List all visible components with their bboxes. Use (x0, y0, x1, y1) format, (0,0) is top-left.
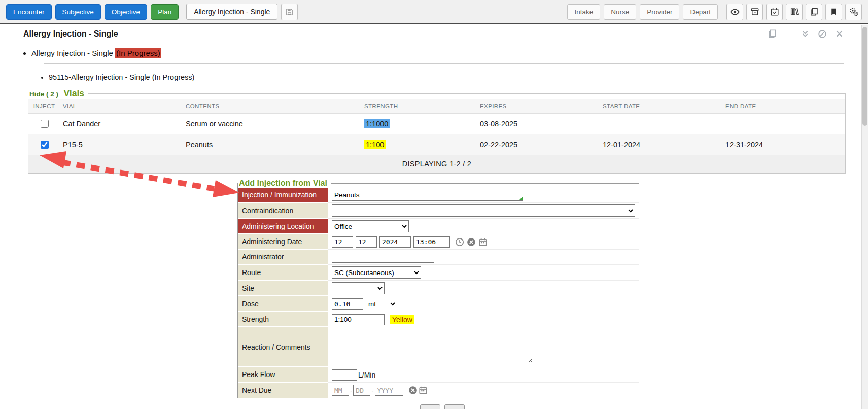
next-due-day-input[interactable] (353, 385, 370, 396)
archive-button[interactable] (746, 4, 763, 20)
start-date-cell: 12-01-2024 (600, 134, 722, 155)
save-icon (285, 8, 294, 16)
scrollbar-thumb[interactable] (862, 27, 867, 126)
col-start-date[interactable]: START DATE (600, 99, 722, 114)
clock-icon[interactable] (455, 237, 464, 247)
encounter-button[interactable]: Encounter (6, 4, 52, 20)
subjective-button[interactable]: Subjective (55, 4, 101, 20)
next-due-month-input[interactable] (332, 385, 349, 396)
hide-vials-link[interactable]: Hide ( 2 ) (29, 90, 58, 98)
vial-cell: Cat Dander (60, 114, 183, 134)
bookmark-icon (829, 8, 838, 16)
bottom-button-partial[interactable] (444, 404, 465, 409)
date-year-input[interactable] (379, 236, 411, 248)
strength-input[interactable] (332, 314, 385, 325)
field-strength: Strength Yellow (238, 312, 639, 327)
injection-input[interactable] (332, 190, 523, 201)
close-icon[interactable] (835, 29, 844, 38)
route-select[interactable]: SC (Subcutaneous) (332, 266, 421, 279)
vial-cell: P15-5 (60, 134, 183, 155)
date-separator: - (350, 387, 352, 394)
save-button[interactable] (281, 4, 298, 20)
pages-icon[interactable] (768, 29, 777, 39)
table-paging-status: DISPLAYING 1-2 / 2 (28, 155, 845, 173)
add-injection-form: Add Injection from Vial Injection / Immu… (237, 179, 639, 398)
vials-heading: Vials (63, 88, 84, 98)
field-route: Route SC (Subcutaneous) (238, 265, 639, 281)
inject-checkbox[interactable] (41, 141, 49, 149)
strength-cell: 1:1000 (361, 114, 477, 134)
bottom-button-partial[interactable] (420, 404, 440, 409)
document-tab[interactable]: Allergy Injection - Single (186, 4, 277, 20)
status-badge: (In Progress) (115, 48, 161, 58)
eye-button[interactable] (726, 4, 743, 20)
books-icon (790, 7, 799, 16)
reaction-textarea[interactable] (332, 331, 533, 363)
dose-unit-select[interactable]: mL (366, 298, 397, 310)
route-label: Route (238, 265, 328, 281)
vertical-scrollbar[interactable] (861, 25, 868, 409)
next-due-year-input[interactable] (375, 385, 403, 396)
plan-button[interactable]: Plan (151, 4, 179, 20)
site-label: Site (238, 281, 328, 296)
no-entry-icon[interactable] (818, 29, 827, 39)
date-label: Administering Date (238, 234, 328, 250)
peak-flow-input[interactable] (332, 369, 357, 381)
expires-cell: 02-22-2025 (477, 134, 600, 155)
col-expires[interactable]: EXPIRES (477, 99, 600, 114)
location-select[interactable]: Office (332, 220, 409, 232)
depart-button[interactable]: Depart (683, 4, 718, 20)
col-end-date[interactable]: END DATE (722, 99, 845, 114)
field-peak-flow: Peak Flow L/Min (238, 367, 639, 383)
settings-button[interactable] (845, 4, 862, 20)
double-chevron-down-icon[interactable] (801, 29, 810, 39)
inject-checkbox[interactable] (41, 120, 49, 128)
next-due-calendar-icon[interactable] (419, 386, 428, 395)
strength-value-selected: 1:1000 (364, 119, 390, 128)
status-item-main: Allergy Injection - Single (In Progress) (31, 49, 868, 57)
date-separator: - (371, 387, 373, 394)
top-toolbar: Encounter Subjective Objective Plan Alle… (0, 0, 868, 24)
col-contents[interactable]: CONTENTS (183, 99, 361, 114)
administrator-input[interactable] (332, 252, 434, 263)
clear-date-icon[interactable] (467, 237, 476, 247)
dose-input[interactable] (332, 298, 363, 310)
objective-button[interactable]: Objective (105, 4, 147, 20)
col-vial[interactable]: VIAL (60, 99, 183, 114)
date-month-input[interactable] (332, 236, 353, 248)
col-strength[interactable]: STRENGTH (361, 99, 477, 114)
field-injection-immunization: Injection / Immunization (238, 188, 639, 203)
provider-button[interactable]: Provider (640, 4, 679, 20)
books-button[interactable] (786, 4, 803, 20)
end-date-cell: 12-31-2024 (722, 134, 845, 155)
contents-cell: Peanuts (183, 134, 361, 155)
vial-row-cat-dander: Cat Dander Serum or vaccine 1:1000 03-08… (28, 114, 845, 134)
archive-icon (750, 7, 759, 16)
strength-color-note: Yellow (390, 315, 414, 324)
contents-cell: Serum or vaccine (183, 114, 361, 134)
strength-label: Strength (238, 312, 328, 327)
clear-next-due-icon[interactable] (408, 386, 418, 395)
calendar-picker-icon[interactable] (478, 237, 488, 247)
dose-label: Dose (238, 296, 328, 312)
vials-header-row: INJECT VIAL CONTENTS STRENGTH EXPIRES ST… (28, 99, 845, 114)
vial-row-p15-5: P15-5 Peanuts 1:100 02-22-2025 12-01-202… (28, 134, 845, 155)
eye-icon (730, 7, 740, 17)
status-item-code: 95115-Allergy Injection - Single (In Pro… (49, 73, 868, 81)
site-select[interactable] (332, 282, 385, 294)
end-date-cell (722, 114, 845, 134)
contraindication-select[interactable] (332, 204, 635, 217)
field-next-due: Next Due - - (238, 383, 639, 398)
intake-button[interactable]: Intake (567, 4, 600, 20)
peak-flow-label: Peak Flow (238, 367, 328, 383)
date-time-input[interactable] (413, 236, 450, 248)
field-administrator: Administrator (238, 250, 639, 265)
nurse-button[interactable]: Nurse (604, 4, 636, 20)
vials-section: Hide ( 2 ) Vials INJECT VIAL CONTENTS ST… (28, 88, 846, 174)
calendar-check-button[interactable] (766, 4, 783, 20)
date-day-input[interactable] (356, 236, 377, 248)
panel-title: Allergy Injection - Single (23, 29, 118, 39)
bookmark-button[interactable] (825, 4, 842, 20)
copy-button[interactable] (806, 4, 822, 20)
settings-gears-icon (849, 7, 859, 17)
